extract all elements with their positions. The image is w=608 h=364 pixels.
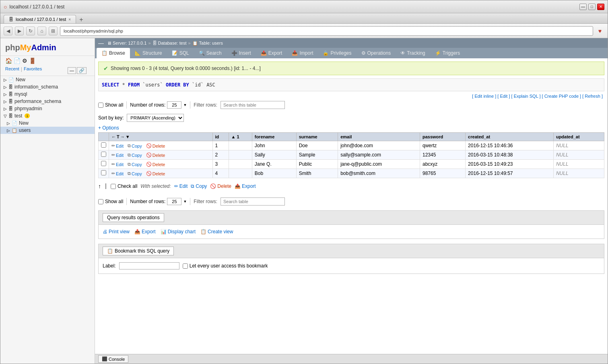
maximize-button[interactable]: □ <box>588 4 596 10</box>
create-view-link[interactable]: 📋 Create view <box>200 229 233 234</box>
sort-key-select[interactable]: PRIMARY (Ascending) <box>127 114 184 122</box>
copy-row-button[interactable]: ⧉ Copy <box>128 152 142 158</box>
tab-close-button[interactable]: × <box>68 17 71 22</box>
sidebar-item-phpmyadmin[interactable]: ▷ 🗄 phpmyadmin <box>0 105 95 112</box>
copy-row-button[interactable]: ⧉ Copy <box>128 171 142 176</box>
display-chart-link[interactable]: 📊 Display chart <box>161 229 196 234</box>
th-sort-indicator[interactable]: ▲ 1 <box>229 133 252 141</box>
row-checkbox[interactable] <box>101 152 106 157</box>
forward-button[interactable]: ▶ <box>15 27 24 35</box>
close-button[interactable]: ✕ <box>597 4 604 10</box>
home-sidebar-icon[interactable]: 🏠 <box>5 58 12 64</box>
delete-row-button[interactable]: 🚫 Delete <box>146 152 165 158</box>
edit-row-button[interactable]: ✏ Edit <box>111 171 124 176</box>
copy-row-button[interactable]: ⧉ Copy <box>128 143 142 148</box>
bulk-export-button[interactable]: 📤 Export <box>235 183 256 189</box>
docs-icon[interactable]: 📄 <box>14 58 21 64</box>
rows-dropdown-arrow[interactable]: ▼ <box>183 103 187 107</box>
delete-row-button[interactable]: 🚫 Delete <box>146 162 165 167</box>
check-all-checkbox[interactable] <box>111 184 116 189</box>
delete-row-button[interactable]: 🚫 Delete <box>146 143 165 148</box>
show-all-checkbox[interactable] <box>98 103 103 108</box>
tab-tracking[interactable]: 👁 Tracking <box>396 48 430 58</box>
query-results-toggle-button[interactable]: Query results operations <box>103 213 164 222</box>
th-id[interactable]: id <box>212 133 229 141</box>
settings-icon[interactable]: ⚙ <box>22 58 27 64</box>
tab-browse[interactable]: 📋 Browse <box>97 48 130 58</box>
sort-up-icon[interactable]: ↑ <box>98 183 101 189</box>
expand-links-button[interactable]: 🔗 <box>77 67 87 74</box>
bulk-delete-button[interactable]: 🚫 Delete <box>210 183 231 189</box>
recent-link[interactable]: Recent <box>5 66 19 75</box>
sidebar-item-mysql[interactable]: ▷ 🗄 mysql <box>0 90 95 98</box>
breadcrumb-table[interactable]: 📋 Table: users <box>192 41 223 46</box>
th-email[interactable]: email <box>338 133 420 141</box>
th-forename[interactable]: forename <box>252 133 296 141</box>
tab-operations[interactable]: ⚙ Operations <box>357 48 396 58</box>
collapse-all-button[interactable]: — <box>68 67 76 74</box>
rows-dropdown-bottom[interactable]: ▼ <box>183 199 187 204</box>
tab-structure[interactable]: 📐 Structure <box>130 48 167 58</box>
nav-left-arrow[interactable]: ← <box>111 134 116 139</box>
refresh-button[interactable]: ↻ <box>26 27 35 35</box>
back-button[interactable]: ◀ <box>4 27 12 35</box>
bulk-copy-button[interactable]: ⧉ Copy <box>191 183 207 189</box>
minimize-button[interactable]: — <box>579 4 587 10</box>
logout-icon[interactable]: 🚪 <box>29 58 36 64</box>
favorites-button[interactable]: ♥ <box>596 27 604 35</box>
bookmark-button[interactable]: 📋 Bookmark this SQL query <box>103 247 174 255</box>
bulk-edit-button[interactable]: ✏ Edit <box>174 183 188 189</box>
new-tab-button[interactable]: + <box>78 16 85 23</box>
url-bar[interactable]: localhost/phpmyadmin/sql.php <box>60 26 593 36</box>
export-results-link[interactable]: 📤 Export <box>134 229 156 234</box>
browser-tab[interactable]: 🗄 localhost / 127.0.0.1 / test × <box>4 15 76 23</box>
edit-inline-link[interactable]: Edit inline <box>474 94 494 99</box>
filter-input-top[interactable] <box>221 101 285 109</box>
row-checkbox[interactable] <box>101 161 106 166</box>
edit-row-button[interactable]: ✏ Edit <box>111 152 124 158</box>
th-created-at[interactable]: created_at <box>466 133 554 141</box>
options-link[interactable]: + Options <box>98 125 604 131</box>
tab-export[interactable]: 📤 Export <box>256 48 287 58</box>
bookmark-access-checkbox[interactable] <box>183 263 188 269</box>
sidebar-item-test[interactable]: ▽ 🗄 test 1 <box>0 112 95 119</box>
sidebar-item-information-schema[interactable]: ▷ 🗄 information_schema <box>0 83 95 90</box>
sidebar-item-users[interactable]: ▷ 📋 users <box>0 127 95 134</box>
breadcrumb-database[interactable]: 🗄 Database: test <box>153 41 187 45</box>
edit-link[interactable]: Edit <box>500 94 507 99</box>
row-checkbox[interactable] <box>101 170 106 175</box>
edit-row-button[interactable]: ✏ Edit <box>111 143 124 148</box>
explain-sql-link[interactable]: Explain SQL <box>514 94 538 99</box>
th-surname[interactable]: surname <box>296 133 338 141</box>
sidebar-item-new-test[interactable]: ▷ 📄 New <box>0 119 95 127</box>
refresh-link[interactable]: Refresh <box>585 94 600 99</box>
th-nav-arrows[interactable]: ← T → ▼ <box>109 133 213 141</box>
sidebar-item-new[interactable]: ▷ 📄 New <box>0 76 95 83</box>
print-view-link[interactable]: 🖨 Print view <box>103 229 130 234</box>
bookmark-label-input[interactable] <box>119 262 179 269</box>
console-button[interactable]: ⬛ Console <box>98 355 128 363</box>
tab-import[interactable]: 📥 Import <box>287 48 318 58</box>
rows-input[interactable] <box>167 101 181 109</box>
delete-row-button[interactable]: 🚫 Delete <box>146 171 165 176</box>
panel-collapse-button[interactable]: — <box>98 40 104 46</box>
tab-privileges[interactable]: 🔒 Privileges <box>318 48 356 58</box>
home-button[interactable]: ⌂ <box>37 27 46 35</box>
row-checkbox[interactable] <box>101 142 106 148</box>
filter-input-bottom[interactable] <box>221 197 285 206</box>
breadcrumb-server[interactable]: 🖥 Server: 127.0.0.1 <box>107 41 146 45</box>
col-filter-icon[interactable]: ▼ <box>126 134 130 139</box>
tab-sql[interactable]: 📝 SQL <box>167 48 194 58</box>
rows-input-bottom[interactable] <box>167 198 181 205</box>
copy-row-button[interactable]: ⧉ Copy <box>128 162 142 167</box>
th-password[interactable]: password <box>420 133 465 141</box>
create-php-link[interactable]: Create PHP code <box>544 94 579 99</box>
tab-insert[interactable]: ➕ Insert <box>227 48 256 58</box>
nav-right-arrow[interactable]: → <box>120 134 125 139</box>
favorites-link[interactable]: Favorites <box>24 66 42 75</box>
nav-t-icon[interactable]: T <box>117 134 120 139</box>
tab-triggers[interactable]: ⚡ Triggers <box>430 48 465 58</box>
show-all-bottom-checkbox[interactable] <box>98 199 103 204</box>
grid-button[interactable]: ⊞ <box>49 27 58 35</box>
edit-row-button[interactable]: ✏ Edit <box>111 162 124 167</box>
